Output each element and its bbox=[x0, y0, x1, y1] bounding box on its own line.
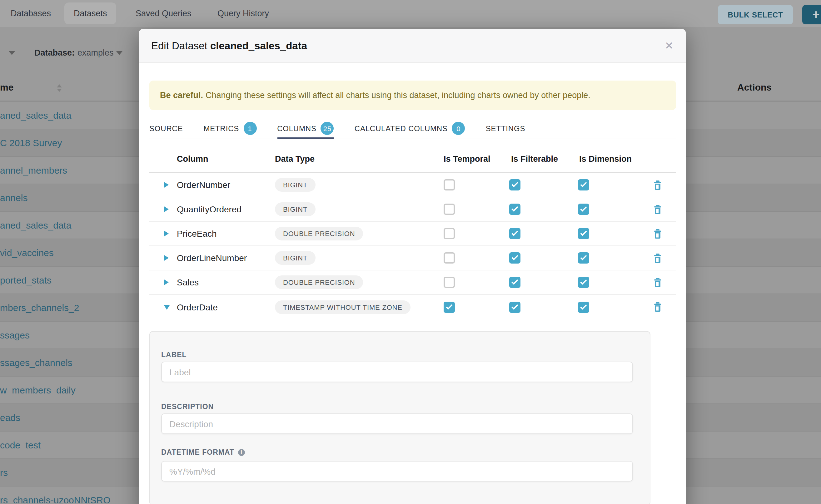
dataset-link[interactable]: C 2018 Survey bbox=[0, 137, 62, 148]
data-type-pill: DOUBLE PRECISION bbox=[275, 275, 363, 289]
tab-settings[interactable]: SETTINGS bbox=[486, 118, 525, 139]
database-filter-label: Database: bbox=[34, 48, 75, 57]
dataset-link[interactable]: rs bbox=[0, 467, 8, 477]
dataset-link[interactable]: code_test bbox=[0, 439, 41, 450]
table-row: QuantityOrdered BIGINT bbox=[149, 197, 676, 222]
data-type-pill: BIGINT bbox=[275, 178, 315, 192]
tab-label: SOURCE bbox=[149, 124, 183, 133]
data-type-pill: TIMESTAMP WITHOUT TIME ZONE bbox=[275, 300, 410, 314]
tab-calculated-columns[interactable]: CALCULATED COLUMNS 0 bbox=[354, 118, 465, 139]
count-badge: 0 bbox=[452, 122, 465, 135]
modal-title-prefix: Edit Dataset bbox=[151, 40, 207, 51]
count-badge: 25 bbox=[321, 122, 334, 135]
dataset-link[interactable]: ssages_channels bbox=[0, 357, 72, 368]
expand-caret-icon[interactable] bbox=[164, 206, 169, 212]
close-icon[interactable]: ✕ bbox=[665, 40, 674, 51]
dataset-link[interactable]: w_members_daily bbox=[0, 384, 76, 395]
sort-icon[interactable] bbox=[57, 84, 62, 92]
chevron-down-icon[interactable] bbox=[116, 51, 122, 55]
is-filterable-checkbox[interactable] bbox=[509, 228, 521, 239]
label-input[interactable] bbox=[161, 362, 633, 382]
label-field-label: LABEL bbox=[161, 351, 632, 358]
add-dataset-button[interactable]: + bbox=[802, 5, 821, 24]
delete-icon[interactable] bbox=[654, 278, 662, 287]
expand-caret-icon[interactable] bbox=[164, 182, 169, 188]
tab-columns[interactable]: COLUMNS 25 bbox=[277, 118, 334, 139]
expand-caret-icon[interactable] bbox=[164, 255, 169, 261]
tab-label: COLUMNS bbox=[277, 124, 316, 133]
is-temporal-checkbox[interactable] bbox=[444, 204, 455, 215]
is-dimension-checkbox[interactable] bbox=[578, 179, 589, 190]
is-dimension-checkbox[interactable] bbox=[578, 277, 589, 288]
expand-caret-icon[interactable] bbox=[164, 279, 169, 285]
is-dimension-checkbox[interactable] bbox=[578, 301, 589, 313]
is-filterable-checkbox[interactable] bbox=[509, 252, 521, 264]
dataset-link[interactable]: aned_sales_data bbox=[0, 220, 72, 230]
info-icon[interactable]: i bbox=[238, 449, 245, 456]
is-filterable-checkbox[interactable] bbox=[509, 179, 521, 190]
delete-icon[interactable] bbox=[654, 180, 662, 190]
table-row: Sales DOUBLE PRECISION bbox=[149, 270, 676, 295]
column-name: Sales bbox=[177, 277, 275, 287]
header-is-filterable: Is Filterable bbox=[506, 154, 572, 164]
is-temporal-checkbox[interactable] bbox=[444, 277, 455, 288]
is-temporal-checkbox[interactable] bbox=[444, 179, 455, 190]
collapse-caret-icon[interactable] bbox=[164, 304, 170, 309]
dataset-link[interactable]: eads bbox=[0, 412, 20, 422]
data-type-pill: BIGINT bbox=[275, 251, 315, 265]
is-filterable-checkbox[interactable] bbox=[509, 301, 521, 313]
header-is-dimension: Is Dimension bbox=[572, 154, 641, 164]
tab-label: METRICS bbox=[204, 124, 239, 133]
datetime-format-field-label: DATETIME FORMAT i bbox=[161, 448, 632, 456]
edit-dataset-modal: Edit Dataset cleaned_sales_data ✕ Be car… bbox=[139, 29, 686, 504]
database-filter-value[interactable]: examples bbox=[77, 48, 114, 57]
expand-caret-icon[interactable] bbox=[164, 230, 169, 237]
is-temporal-checkbox[interactable] bbox=[444, 301, 455, 313]
data-type-pill: BIGINT bbox=[275, 202, 315, 216]
top-nav: Databases Datasets Saved Queries Query H… bbox=[0, 0, 821, 27]
dataset-link[interactable]: rs_channels-uzooNNtSRO bbox=[0, 494, 111, 504]
nav-item-datasets-active[interactable]: Datasets bbox=[64, 2, 116, 24]
datetime-format-input[interactable] bbox=[161, 461, 633, 482]
name-column-header[interactable]: me bbox=[0, 82, 13, 92]
modal-body: Be careful. Changing these settings will… bbox=[139, 81, 686, 504]
description-field-label: DESCRIPTION bbox=[161, 403, 632, 410]
dataset-link[interactable]: annels bbox=[0, 192, 27, 203]
is-temporal-checkbox[interactable] bbox=[444, 228, 455, 239]
delete-icon[interactable] bbox=[654, 253, 662, 263]
delete-icon[interactable] bbox=[654, 302, 662, 312]
is-temporal-checkbox[interactable] bbox=[444, 252, 455, 264]
column-name: QuantityOrdered bbox=[177, 204, 275, 214]
bulk-select-button[interactable]: BULK SELECT bbox=[718, 5, 793, 24]
nav-item-saved-queries[interactable]: Saved Queries bbox=[136, 0, 191, 27]
column-name: OrderDate bbox=[177, 302, 275, 312]
dataset-link[interactable]: mbers_channels_2 bbox=[0, 302, 79, 313]
table-row: OrderNumber BIGINT bbox=[149, 173, 676, 197]
nav-item-query-history[interactable]: Query History bbox=[217, 0, 269, 27]
tab-metrics[interactable]: METRICS 1 bbox=[204, 118, 257, 139]
dataset-link[interactable]: ssages bbox=[0, 329, 30, 340]
table-row-expanded: OrderDate TIMESTAMP WITHOUT TIME ZONE bbox=[149, 295, 676, 319]
field-label-text: LABEL bbox=[161, 351, 187, 358]
is-filterable-checkbox[interactable] bbox=[509, 277, 521, 288]
description-input[interactable] bbox=[161, 413, 633, 434]
is-dimension-checkbox[interactable] bbox=[578, 228, 589, 239]
count-badge: 1 bbox=[243, 122, 256, 135]
is-filterable-checkbox[interactable] bbox=[509, 204, 521, 215]
field-label-text: DESCRIPTION bbox=[161, 403, 214, 410]
chevron-down-icon[interactable] bbox=[9, 51, 15, 55]
delete-icon[interactable] bbox=[654, 229, 662, 238]
is-dimension-checkbox[interactable] bbox=[578, 204, 589, 215]
dataset-link[interactable]: annel_members bbox=[0, 165, 67, 175]
dataset-link[interactable]: aned_sales_data bbox=[0, 110, 72, 120]
columns-table-header: Column Data Type Is Temporal Is Filterab… bbox=[149, 154, 676, 173]
dataset-link[interactable]: ported_stats bbox=[0, 274, 52, 285]
is-dimension-checkbox[interactable] bbox=[578, 252, 589, 264]
modal-title: Edit Dataset cleaned_sales_data bbox=[151, 40, 307, 52]
header-column: Column bbox=[177, 154, 275, 164]
tab-source[interactable]: SOURCE bbox=[149, 118, 183, 139]
dataset-link[interactable]: vid_vaccines bbox=[0, 247, 54, 258]
warning-text: Changing these settings will affect all … bbox=[205, 91, 591, 100]
delete-icon[interactable] bbox=[654, 205, 662, 214]
nav-item-databases[interactable]: Databases bbox=[11, 0, 51, 27]
